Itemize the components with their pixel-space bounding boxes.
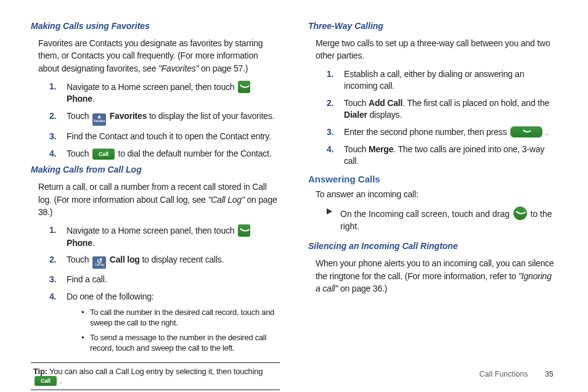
- text: On the Incoming call screen, touch and d…: [340, 209, 512, 219]
- text: Navigate to a Home screen panel, then to…: [67, 226, 237, 235]
- phone-label: Phone: [67, 94, 92, 104]
- phone-icon: [238, 224, 250, 237]
- heading-three-way: Three-Way Calling: [308, 21, 557, 31]
- sub-2: To send a message to the number in the d…: [81, 332, 280, 354]
- text: . The first call is placed on hold, and …: [402, 98, 549, 108]
- threeway-intro: Merge two calls to set up a three-way ca…: [316, 37, 557, 62]
- text: Navigate to a Home screen panel, then to…: [67, 82, 237, 92]
- step-2: 2.Touch Add Call. The first call is plac…: [327, 97, 557, 121]
- heading-making-calls-favorites: Making Calls using Favorites: [31, 21, 280, 31]
- text: Enter the second phone number, then pres…: [344, 127, 509, 137]
- phone-label: Phone: [67, 238, 92, 248]
- text: Find a call.: [67, 274, 107, 284]
- step-4: 4.Touch Call to dial the default number …: [49, 148, 280, 160]
- text: Do one of the following:: [67, 292, 154, 301]
- step-2: 2.Touch Favorites Favorites to display t…: [49, 110, 280, 126]
- ref-favorites: "Favorites": [158, 63, 198, 73]
- dialer-label: Dialer: [344, 110, 367, 120]
- calllog-icon: Call log: [92, 256, 106, 269]
- page-number: 35: [545, 370, 553, 378]
- text: to dial the default number for the Conta…: [116, 149, 272, 158]
- step-1: 1.Navigate to a Home screen panel, then …: [49, 224, 280, 249]
- tip-label: Tip:: [33, 367, 47, 376]
- favorites-intro: Favorites are Contacts you designate as …: [38, 37, 280, 75]
- step-1: 1.Navigate to a Home screen panel, then …: [49, 81, 280, 105]
- heading-answering: Answering Calls: [308, 174, 557, 184]
- threeway-steps: 1.Establish a call, either by dialing or…: [327, 68, 557, 168]
- text: Find the Contact and touch it to open th…: [67, 131, 271, 141]
- text: .: [58, 376, 62, 385]
- left-column: Making Calls using Favorites Favorites a…: [31, 18, 280, 390]
- call-button-icon: Call: [92, 149, 115, 160]
- sub-1: To call the number in the desired call r…: [81, 307, 280, 329]
- step-4: 4.Touch Merge. The two calls are joined …: [327, 144, 557, 168]
- favorites-label: Favorites: [110, 111, 147, 121]
- text: Establish a call, either by dialing or a…: [344, 69, 525, 91]
- step-3: 3.Find a call.: [49, 274, 280, 286]
- phone-round-icon: [513, 206, 527, 220]
- tip-box: Tip: You can also call a Call Log entry …: [31, 362, 280, 390]
- text: to display recent calls.: [140, 255, 224, 264]
- step-1: 1.Establish a call, either by dialing or…: [327, 68, 557, 92]
- text: Touch: [67, 149, 91, 158]
- right-column: Three-Way Calling Merge two calls to set…: [308, 18, 557, 390]
- sub-options: To call the number in the desired call r…: [81, 307, 280, 354]
- call-wide-button-icon: [510, 126, 542, 137]
- step-3: 3.Enter the second phone number, then pr…: [327, 126, 557, 139]
- text: .: [92, 238, 95, 248]
- calllog-steps: 1.Navigate to a Home screen panel, then …: [49, 224, 280, 354]
- section-name: Call Functions: [480, 370, 528, 378]
- text: Touch: [67, 255, 91, 264]
- heading-making-calls-log: Making Calls from Call Log: [31, 165, 280, 174]
- ref-calllog: "Call Log": [208, 195, 244, 205]
- text: on page 36.): [338, 284, 387, 293]
- text: displays.: [367, 110, 402, 120]
- text: Touch: [344, 144, 369, 154]
- phone-icon: [238, 81, 250, 93]
- text: Touch: [344, 98, 369, 108]
- step-4: 4.Do one of the following: To call the n…: [49, 291, 280, 354]
- heading-silencing: Silencing an Incoming Call Ringtone: [308, 241, 557, 251]
- tip-text: You can also call a Call Log entry by se…: [47, 367, 263, 376]
- addcall-label: Add Call: [369, 98, 402, 108]
- text: to display the list of your favorites.: [147, 111, 274, 121]
- silence-text: When your phone alerts you to an incomin…: [316, 257, 557, 295]
- call-button-icon: Call: [35, 376, 57, 386]
- text: .: [544, 127, 548, 137]
- calllog-intro: Return a call, or call a number from a r…: [38, 181, 280, 218]
- answer-intro: To answer an incoming call:: [316, 188, 557, 200]
- step-2: 2.Touch Call log Call log to display rec…: [49, 254, 280, 269]
- answer-step: On the Incoming call screen, touch and d…: [327, 206, 557, 232]
- favorites-steps: 1.Navigate to a Home screen panel, then …: [49, 81, 280, 160]
- text: .: [92, 94, 95, 104]
- text: Touch: [67, 111, 91, 121]
- page-footer: Call Functions 35: [480, 370, 553, 378]
- merge-label: Merge: [369, 144, 393, 154]
- step-3: 3.Find the Contact and touch it to open …: [49, 131, 280, 143]
- text: on page 57.): [198, 63, 248, 73]
- calllog-label: Call log: [110, 255, 140, 264]
- favorites-icon: Favorites: [92, 113, 106, 126]
